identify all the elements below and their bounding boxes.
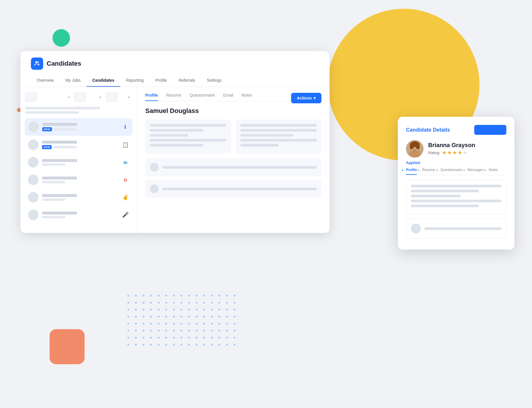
svg-point-75 — [127, 330, 129, 332]
svg-point-95 — [165, 337, 167, 339]
svg-point-71 — [211, 323, 213, 325]
candidate-info — [42, 194, 118, 201]
svg-point-94 — [158, 337, 160, 339]
svg-point-1 — [135, 295, 137, 297]
details-avatar-row — [411, 224, 501, 233]
profile-tab-resume[interactable]: Resume — [166, 93, 181, 101]
svg-point-24 — [196, 302, 197, 304]
svg-point-117 — [218, 344, 220, 346]
svg-point-9 — [196, 295, 197, 297]
details-info-card-1 — [406, 180, 506, 215]
details-tab-messages[interactable]: Messages — [468, 168, 484, 175]
svg-point-105 — [127, 344, 129, 346]
candidate-item[interactable]: NEW ℹ — [25, 118, 132, 135]
profile-tab-questionnaire[interactable]: Questionnaire — [190, 93, 215, 101]
svg-point-77 — [143, 330, 144, 332]
svg-point-93 — [150, 337, 152, 339]
sub-bar — [54, 128, 77, 130]
svg-point-57 — [218, 316, 220, 318]
candidate-item[interactable]: ✌ — [25, 189, 132, 205]
details-tabs: Profile Resume Questionnaire Messages No… — [406, 168, 506, 175]
filter-select-1[interactable] — [25, 93, 37, 102]
details-action-button[interactable] — [474, 125, 506, 135]
svg-point-100 — [203, 337, 205, 339]
svg-point-109 — [158, 344, 160, 346]
svg-point-42 — [218, 309, 220, 311]
sub-bar — [53, 146, 77, 148]
filter-select-2[interactable] — [74, 93, 86, 102]
details-tab-questionnaire[interactable]: Questionnaire — [440, 168, 462, 175]
filter-select-3[interactable] — [106, 93, 118, 102]
svg-point-119 — [234, 344, 235, 346]
profile-content-grid — [145, 119, 321, 154]
svg-point-101 — [211, 337, 213, 339]
svg-point-53 — [188, 316, 190, 318]
profile-panel: Actions ▾ Profile Resume Questionnaire E… — [137, 87, 330, 233]
svg-point-6 — [173, 295, 175, 297]
profile-card-left — [145, 119, 231, 154]
row-bar — [162, 166, 317, 169]
svg-point-72 — [218, 323, 220, 325]
nav-tab-settings[interactable]: Settings — [201, 75, 228, 87]
nav-tab-overview[interactable]: Overview — [31, 75, 60, 87]
svg-point-32 — [143, 309, 144, 311]
svg-point-3 — [150, 295, 152, 297]
svg-point-37 — [181, 309, 182, 311]
nav-tab-reporting[interactable]: Reporting — [120, 75, 150, 87]
stars: ★ ★ ★ ★ ★ — [442, 149, 468, 156]
candidate-item[interactable]: NEW 📋 — [25, 137, 132, 153]
avatar — [28, 157, 38, 168]
details-card-title: Candidate Details — [406, 127, 450, 133]
rating-label: Rating: — [428, 151, 440, 155]
details-tab-notes[interactable]: Notes — [489, 168, 498, 175]
candidate-name-heading: Samuel Douglass — [145, 107, 321, 115]
svg-point-114 — [196, 344, 197, 346]
details-tab-resume[interactable]: Resume — [422, 168, 435, 175]
svg-point-22 — [181, 302, 182, 304]
actions-button[interactable]: Actions ▾ — [291, 93, 321, 103]
svg-point-98 — [188, 337, 190, 339]
svg-point-43 — [226, 309, 228, 311]
details-tab-profile[interactable]: Profile — [406, 168, 417, 175]
sidebar-search-bar-1 — [25, 107, 100, 109]
nav-tab-referrals[interactable]: Referrals — [173, 75, 201, 87]
row-bar — [162, 188, 317, 190]
svg-point-97 — [181, 337, 182, 339]
svg-point-58 — [226, 316, 228, 318]
svg-point-28 — [226, 302, 228, 304]
svg-point-15 — [127, 302, 129, 304]
nav-tab-myjobs[interactable]: My Jobs — [60, 75, 86, 87]
nav-tab-profile[interactable]: Profile — [150, 75, 173, 87]
svg-point-91 — [135, 337, 137, 339]
svg-point-82 — [181, 330, 182, 332]
nav-tab-candidates[interactable]: Candidates — [86, 75, 120, 87]
svg-point-26 — [211, 302, 213, 304]
details-info-card-2 — [406, 219, 506, 238]
svg-point-51 — [173, 316, 175, 318]
name-bar — [42, 141, 77, 144]
svg-point-36 — [173, 309, 175, 311]
svg-point-118 — [226, 344, 228, 346]
svg-point-96 — [173, 337, 175, 339]
avatar — [28, 210, 38, 220]
candidate-item[interactable]: G — [25, 172, 132, 188]
filter-wrap-1 — [25, 93, 72, 102]
svg-point-80 — [165, 330, 167, 332]
filter-row — [25, 93, 132, 102]
profile-tab-email[interactable]: Email — [223, 93, 233, 101]
svg-point-17 — [143, 302, 144, 304]
profile-tab-profile[interactable]: Profile — [145, 93, 158, 101]
brand-title: Candidates — [47, 60, 81, 67]
profile-tab-notes[interactable]: Notes — [242, 93, 252, 101]
candidate-item[interactable]: in — [25, 154, 132, 170]
svg-point-103 — [226, 337, 228, 339]
avatar — [28, 175, 38, 185]
candidate-item[interactable]: 🎤 — [25, 207, 132, 223]
profile-card-right — [236, 119, 321, 154]
svg-point-8 — [188, 295, 190, 297]
star-2: ★ — [447, 149, 452, 156]
top-nav: Candidates Overview My Jobs Candidates R… — [20, 51, 330, 87]
svg-point-112 — [181, 344, 182, 346]
applied-badge[interactable]: Applied — [406, 161, 420, 165]
svg-point-129 — [416, 147, 417, 149]
